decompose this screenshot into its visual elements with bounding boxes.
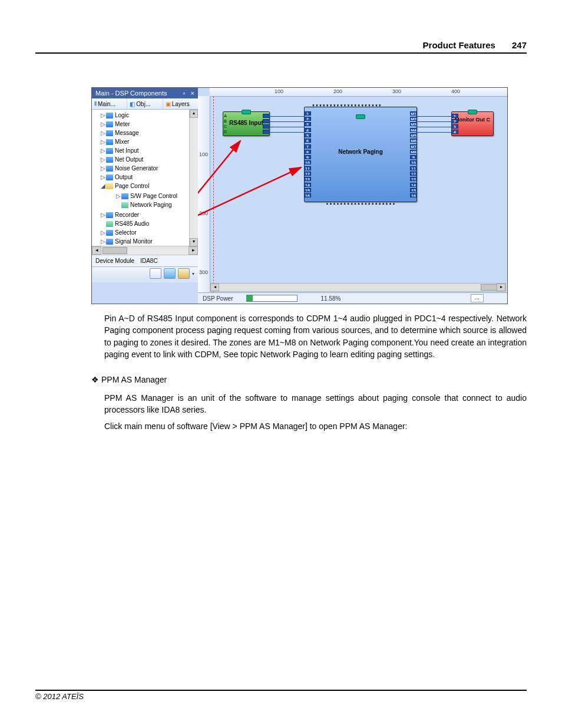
port[interactable]: 14 bbox=[410, 183, 417, 187]
port[interactable]: 14 bbox=[304, 183, 311, 187]
tree-item[interactable]: ▷Net Output bbox=[100, 155, 198, 164]
layers-icon: ▣ bbox=[166, 101, 171, 107]
ruler-tick: 100 bbox=[199, 151, 208, 157]
port[interactable]: 9 bbox=[410, 155, 417, 159]
scroll-left-icon[interactable]: ◂ bbox=[92, 246, 101, 255]
port[interactable]: 13 bbox=[410, 177, 417, 181]
tree-item[interactable]: ▷Noise Generator bbox=[100, 164, 198, 173]
port[interactable]: 4 bbox=[304, 128, 311, 132]
port[interactable]: 6 bbox=[304, 139, 311, 143]
scroll-left-icon[interactable]: ◂ bbox=[210, 284, 219, 291]
port[interactable]: M3 bbox=[410, 122, 417, 126]
tree-item-label: Output bbox=[115, 174, 133, 180]
tree-item-label: Net Input bbox=[115, 147, 139, 154]
toolbar-btn-3[interactable] bbox=[178, 268, 190, 279]
port[interactable]: 3 bbox=[304, 122, 311, 126]
wire bbox=[269, 127, 304, 127]
scroll-thumb[interactable] bbox=[481, 284, 497, 291]
dropdown-icon[interactable]: ▾ bbox=[192, 271, 194, 276]
block-network-paging[interactable]: Network Paging 12345678910111213141516 M… bbox=[304, 107, 417, 202]
port[interactable]: 15 bbox=[410, 188, 417, 192]
tree-item[interactable]: RS485 Audio bbox=[100, 219, 198, 228]
ruler-tick: 100 bbox=[275, 88, 283, 94]
port[interactable]: 2 bbox=[451, 119, 458, 123]
port[interactable]: 12 bbox=[410, 172, 417, 176]
paragraph-1: Pin A~D of RS485 Input component is corr… bbox=[104, 312, 527, 360]
scroll-right-icon[interactable]: ▸ bbox=[189, 246, 198, 255]
scroll-down-icon[interactable]: ▾ bbox=[190, 238, 198, 246]
toolbar-btn-1[interactable] bbox=[150, 268, 161, 279]
component-tree[interactable]: ▷Logic▷Meter▷Message▷Mixer▷Net Input▷Net… bbox=[92, 110, 198, 255]
port[interactable]: 10 bbox=[410, 160, 417, 164]
port[interactable]: 11 bbox=[410, 166, 417, 170]
tree-item[interactable]: ▷Meter bbox=[100, 120, 198, 129]
tree-item-label: Selector bbox=[115, 229, 137, 236]
tab-obj[interactable]: ◧Obj... bbox=[127, 98, 163, 109]
tree-item-icon bbox=[106, 174, 113, 180]
port[interactable]: 9 bbox=[304, 155, 311, 159]
tree-item-label: RS485 Audio bbox=[115, 220, 149, 227]
port[interactable]: 16 bbox=[410, 193, 417, 197]
pin-label: D bbox=[223, 130, 228, 134]
port[interactable]: 16 bbox=[304, 193, 311, 197]
design-canvas[interactable]: 100200300400500 100200300 RS485 Input AB… bbox=[198, 88, 507, 293]
port[interactable]: 7 bbox=[304, 144, 311, 149]
tree-item-icon bbox=[106, 212, 113, 218]
port[interactable]: 4 bbox=[451, 130, 458, 134]
port[interactable]: M8 bbox=[410, 150, 417, 154]
tree-item[interactable]: ◢Page Control bbox=[100, 182, 198, 190]
port[interactable]: 1 bbox=[304, 111, 311, 116]
scroll-thumb[interactable] bbox=[103, 247, 127, 254]
block-rs485-input[interactable]: RS485 Input ABCD bbox=[223, 111, 270, 136]
tree-hscrollbar[interactable]: ◂ ▸ bbox=[92, 246, 198, 255]
port[interactable]: 10 bbox=[304, 160, 311, 164]
wire bbox=[269, 121, 304, 122]
port[interactable]: 1 bbox=[451, 114, 458, 118]
port[interactable]: M7 bbox=[410, 144, 417, 149]
canvas-hscrollbar[interactable]: ◂ ▸ bbox=[210, 283, 506, 292]
port[interactable]: M4 bbox=[410, 128, 417, 132]
tree-item-label: Recorder bbox=[115, 212, 139, 218]
block-netpaging-label: Network Paging bbox=[305, 149, 416, 155]
tree-item[interactable]: Network Paging bbox=[115, 200, 198, 209]
tree-item[interactable]: ▷Message bbox=[100, 129, 198, 137]
tree-item[interactable]: ▷Output bbox=[100, 173, 198, 182]
tree-item[interactable]: ▷Net Input bbox=[100, 146, 198, 155]
tree-item[interactable]: ▷S/W Page Control bbox=[115, 192, 198, 200]
tree-vscrollbar[interactable]: ▴ ▾ bbox=[189, 110, 198, 246]
close-icon[interactable]: × bbox=[191, 90, 194, 97]
tree-item[interactable]: ▷Selector bbox=[100, 228, 198, 237]
pin-icon[interactable]: ▫ bbox=[183, 90, 186, 97]
port[interactable]: 8 bbox=[304, 150, 311, 154]
port[interactable]: M5 bbox=[410, 133, 417, 137]
tree-item-icon bbox=[106, 113, 113, 118]
port[interactable]: 11 bbox=[304, 166, 311, 170]
port[interactable]: M2 bbox=[410, 117, 417, 121]
port[interactable]: 2 bbox=[304, 117, 311, 121]
tab-main[interactable]: ⦀Main... bbox=[92, 98, 127, 109]
tree-item[interactable]: ▷Signal Monitor bbox=[100, 237, 198, 246]
port[interactable]: 12 bbox=[304, 172, 311, 176]
port[interactable]: M1 bbox=[410, 111, 417, 116]
tree-item-label: Meter bbox=[115, 121, 130, 127]
scroll-up-icon[interactable]: ▴ bbox=[190, 110, 198, 118]
toolbar-btn-2[interactable] bbox=[164, 268, 176, 279]
tree-item[interactable]: ▷Mixer bbox=[100, 137, 198, 146]
port[interactable]: M6 bbox=[410, 139, 417, 143]
wire bbox=[269, 116, 304, 117]
scroll-right-icon[interactable]: ▸ bbox=[497, 284, 505, 291]
wire bbox=[416, 116, 451, 117]
ruler-tick: 300 bbox=[199, 269, 208, 275]
tab-layers[interactable]: ▣Layers bbox=[163, 98, 198, 109]
port[interactable]: 5 bbox=[304, 133, 311, 137]
paragraph-2: PPM AS Manager is an unit of the softwar… bbox=[104, 392, 527, 416]
tree-item[interactable]: ▷Logic bbox=[100, 111, 198, 120]
port[interactable]: 3 bbox=[451, 124, 458, 129]
port[interactable]: 13 bbox=[304, 177, 311, 181]
status-more-button[interactable]: ... bbox=[471, 294, 484, 302]
port[interactable]: 15 bbox=[304, 188, 311, 192]
tree-item[interactable]: ▷Recorder bbox=[100, 210, 198, 219]
block-monitor-out-c[interactable]: Monitor Out C 1234 bbox=[451, 111, 494, 136]
tree-item-label: Page Control bbox=[115, 183, 149, 189]
tree-item-icon bbox=[106, 139, 113, 145]
